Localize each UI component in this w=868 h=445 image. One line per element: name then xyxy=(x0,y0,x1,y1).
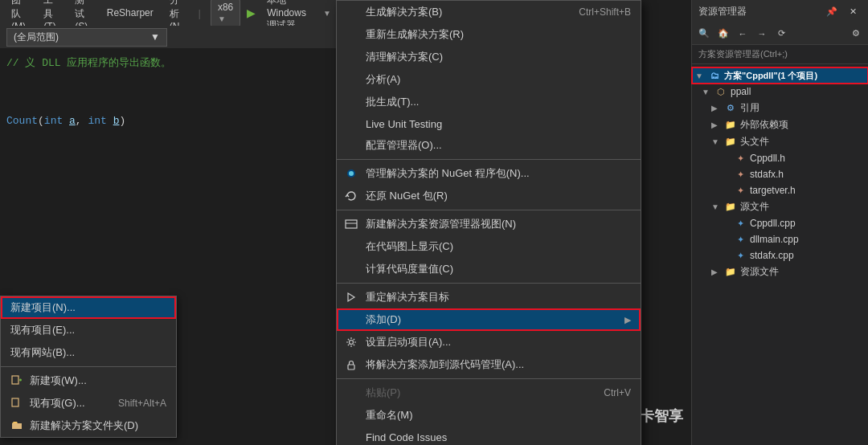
cppdll-h-label: Cppdll.h xyxy=(750,153,785,164)
references-label: 引用 xyxy=(740,101,760,115)
tree-solution-root[interactable]: ▼ 🗂 方案"Cppdll"(1 个项目) xyxy=(692,67,868,84)
menu-add[interactable]: 添加(D) ▶ xyxy=(337,308,641,331)
x86-dropdown[interactable]: x86 ▼ xyxy=(211,0,240,27)
gear-icon xyxy=(343,337,359,348)
submenu-existing-item[interactable]: 现有项(G)... Shift+Alt+A xyxy=(1,392,176,414)
menu-clean-solution[interactable]: 清理解决方案(C) xyxy=(337,46,641,68)
menu-retarget[interactable]: 重定解决方案目标 xyxy=(337,286,641,308)
restore-nuget-label: 还原 NuGet 包(R) xyxy=(366,189,448,203)
tree-references[interactable]: ▶ ⚙ 引用 xyxy=(692,100,868,116)
solution-icon: 🗂 xyxy=(708,69,721,82)
menu-add-source-control[interactable]: 将解决方案添加到源代码管理(A)... xyxy=(337,353,641,376)
find-code-issues-label: Find Code Issues xyxy=(366,431,447,443)
menu-restore-nuget[interactable]: 还原 NuGet 包(R) xyxy=(337,185,641,207)
panel-toolbar: 🔍 🏠 ← → ⟳ ⚙ xyxy=(692,22,868,45)
batch-build-label: 批生成(T)... xyxy=(366,95,419,109)
panel-header: 资源管理器 📌 ✕ xyxy=(692,0,868,22)
menu-batch-build[interactable]: 批生成(T)... xyxy=(337,91,641,113)
menu-rename[interactable]: 重命名(M) xyxy=(337,404,641,427)
submenu-add: 新建项目(N)... 现有项目(E)... 现有网站(B)... 新建项(W).… xyxy=(0,296,177,438)
tree-dllmain-cpp[interactable]: ✦ dllmain.cpp xyxy=(692,231,868,247)
tree-header-files[interactable]: ▼ 📁 头文件 xyxy=(692,133,868,150)
editor-content: // 义 DLL 应用程序的导出函数。 Count(int a, int b) xyxy=(0,48,338,137)
comment-line: // 义 DLL 应用程序的导出函数。 xyxy=(6,55,338,72)
solution-name: 方案"Cppdll"(1 个项目) xyxy=(724,70,817,82)
menu-find-code-issues[interactable]: Find Code Issues xyxy=(337,427,641,445)
stdafx-h-icon: ✦ xyxy=(734,168,747,181)
panel-close-btn[interactable]: ✕ xyxy=(844,2,862,20)
existing-project-label: 现有项目(E)... xyxy=(10,323,75,337)
scope-bar: (全局范围) ▼ xyxy=(0,26,338,48)
svg-rect-10 xyxy=(348,365,354,369)
menu-rebuild-solution[interactable]: 重新生成解决方案(R) xyxy=(337,23,641,46)
tree-external-deps[interactable]: ▶ 📁 外部依赖项 xyxy=(692,116,868,133)
submenu-new-project[interactable]: 新建项目(N)... xyxy=(1,296,176,319)
play-icon[interactable]: ▶ xyxy=(247,6,256,19)
toolbar-back-btn[interactable]: ← xyxy=(734,25,751,43)
restore-icon xyxy=(343,190,359,202)
menu-config-manager[interactable]: 配置管理器(O)... xyxy=(337,134,641,157)
toolbar-home-btn[interactable]: 🏠 xyxy=(714,25,732,43)
existing-item-label: 现有项(G)... xyxy=(30,396,85,410)
cppdll-cpp-label: Cppdll.cpp xyxy=(750,218,796,229)
tree-cppdll-cpp[interactable]: ✦ Cppdll.cpp xyxy=(692,215,868,231)
explorer-icon xyxy=(343,218,359,231)
menu-analyze[interactable]: 分析(A) xyxy=(337,68,641,91)
external-deps-icon: 📁 xyxy=(724,119,737,132)
tree-stdafx-h[interactable]: ✦ stdafx.h xyxy=(692,166,868,182)
tree-source-files[interactable]: ▼ 📁 源文件 xyxy=(692,198,868,215)
separator-2 xyxy=(337,210,641,210)
tree-targetver-h[interactable]: ✦ targetver.h xyxy=(692,182,868,198)
toolbar-sync-btn[interactable]: ⟳ xyxy=(772,25,790,43)
code-map-label: 在代码图上显示(C) xyxy=(366,239,453,254)
menu-build-solution[interactable]: 生成解决方案(B) Ctrl+Shift+B xyxy=(337,1,641,23)
submenu-new-solution-folder[interactable]: 新建解决方案文件夹(D) xyxy=(1,414,176,437)
toolbar-forward-btn[interactable]: → xyxy=(753,25,771,43)
existing-item-icon xyxy=(10,397,23,410)
panel-title: 资源管理器 xyxy=(698,5,747,18)
menu-live-unit-testing[interactable]: Live Unit Testing xyxy=(337,113,641,134)
toolbar-search-btn[interactable]: 🔍 xyxy=(695,25,713,43)
project-icon: ⬡ xyxy=(714,85,727,98)
add-label: 添加(D) xyxy=(366,312,401,327)
external-deps-label: 外部依赖项 xyxy=(740,118,788,132)
tree-project[interactable]: ▼ ⬡ ppall xyxy=(692,84,868,100)
tree-stdafx-cpp[interactable]: ✦ stdafx.cpp xyxy=(692,247,868,263)
menu-code-metrics[interactable]: 计算代码度量值(C) xyxy=(337,258,641,280)
tree-cppdll-h[interactable]: ✦ Cppdll.h xyxy=(692,150,868,166)
code-metrics-label: 计算代码度量值(C) xyxy=(366,262,453,276)
retarget-icon xyxy=(343,291,359,304)
add-source-control-label: 将解决方案添加到源代码管理(A)... xyxy=(366,357,524,372)
svg-rect-3 xyxy=(12,398,18,406)
targetver-h-label: targetver.h xyxy=(750,185,796,196)
tree-resource-files[interactable]: ▶ 📁 资源文件 xyxy=(692,263,868,280)
project-name: ppall xyxy=(731,86,751,97)
submenu-existing-website[interactable]: 现有网站(B)... xyxy=(1,341,176,364)
existing-item-shortcut: Shift+Alt+A xyxy=(118,398,166,409)
toolbar-settings-btn[interactable]: ⚙ xyxy=(847,25,865,43)
menu-set-startup[interactable]: 设置启动项目(A)... xyxy=(337,331,641,353)
svg-marker-8 xyxy=(348,293,354,301)
solution-panel: 资源管理器 📌 ✕ 🔍 🏠 ← → ⟳ ⚙ 方案资源管理器(Ctrl+;) ▼ … xyxy=(691,0,868,445)
rebuild-solution-label: 重新生成解决方案(R) xyxy=(366,27,464,42)
svg-rect-0 xyxy=(12,376,18,384)
separator-1 xyxy=(337,159,641,160)
svg-rect-6 xyxy=(346,220,357,228)
header-files-label: 头文件 xyxy=(740,135,769,149)
menu-code-map[interactable]: 在代码图上显示(C) xyxy=(337,235,641,258)
menu-manage-nuget[interactable]: 管理解决方案的 NuGet 程序包(N)... xyxy=(337,162,641,185)
submenu-new-item[interactable]: 新建项(W)... xyxy=(1,369,176,392)
paste-shortcut: Ctrl+V xyxy=(604,387,631,398)
header-files-icon: 📁 xyxy=(724,136,737,149)
source-files-label: 源文件 xyxy=(740,200,769,214)
build-solution-shortcut: Ctrl+Shift+B xyxy=(579,6,631,18)
add-arrow: ▶ xyxy=(624,315,631,325)
panel-pin-btn[interactable]: 📌 xyxy=(823,2,841,20)
solution-folder-icon xyxy=(10,419,23,432)
cppdll-h-icon: ✦ xyxy=(734,152,747,165)
menu-resharper[interactable]: ReSharper xyxy=(102,6,158,20)
menu-new-solution-explorer[interactable]: 新建解决方案资源管理器视图(N) xyxy=(337,213,641,235)
submenu-existing-project[interactable]: 现有项目(E)... xyxy=(1,319,176,341)
config-manager-label: 配置管理器(O)... xyxy=(366,138,442,153)
scope-dropdown[interactable]: (全局范围) ▼ xyxy=(6,28,167,47)
